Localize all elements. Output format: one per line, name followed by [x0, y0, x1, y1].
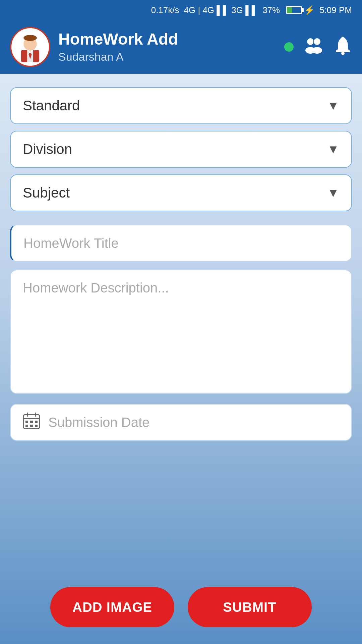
header-title-block: HomeWork Add Sudarshan A — [58, 31, 276, 63]
input-section — [10, 225, 352, 394]
submission-date-field[interactable]: Submission Date — [10, 404, 352, 441]
page-title: HomeWork Add — [58, 31, 276, 48]
svg-rect-18 — [35, 421, 38, 423]
homework-description-textarea[interactable] — [10, 270, 352, 394]
avatar-image — [15, 32, 45, 62]
header-icons — [284, 35, 352, 59]
bottom-buttons: ADD IMAGE SUBMIT — [10, 587, 352, 634]
svg-rect-16 — [25, 421, 28, 423]
division-dropdown[interactable]: Division ▼ — [10, 131, 352, 168]
division-label: Division — [23, 141, 72, 157]
status-bar: 0.17k/s 4G | 4G ▌▌ 3G ▌▌ 37% ⚡ 5:09 PM — [0, 0, 362, 20]
calendar-icon — [23, 412, 40, 433]
status-bar-info: 0.17k/s 4G | 4G ▌▌ 3G ▌▌ 37% ⚡ 5:09 PM — [151, 5, 352, 15]
svg-point-4 — [23, 35, 37, 41]
svg-rect-21 — [35, 425, 38, 427]
svg-point-7 — [314, 38, 320, 45]
network-speed: 0.17k/s — [151, 5, 179, 15]
subject-chevron-icon: ▼ — [327, 186, 339, 200]
battery-icon-container: ⚡ — [285, 5, 315, 15]
svg-point-9 — [312, 47, 322, 54]
current-time: 5:09 PM — [319, 5, 352, 15]
battery-percent: 37% — [262, 5, 280, 15]
app-header: HomeWork Add Sudarshan A — [0, 20, 362, 74]
submission-date-placeholder: Submission Date — [48, 415, 149, 430]
battery-icon — [286, 6, 302, 14]
network-type: 4G | 4G ▌▌ 3G ▌▌ — [184, 5, 258, 15]
homework-title-input[interactable] — [10, 225, 352, 262]
subject-dropdown[interactable]: Subject ▼ — [10, 174, 352, 211]
notification-bell-icon[interactable] — [334, 35, 352, 59]
division-chevron-icon: ▼ — [327, 142, 339, 156]
online-status-dot — [284, 42, 294, 52]
svg-rect-20 — [30, 425, 33, 427]
svg-rect-17 — [30, 421, 33, 423]
add-image-button[interactable]: ADD IMAGE — [50, 587, 174, 627]
dropdown-section: Standard ▼ Division ▼ Subject ▼ — [10, 87, 352, 211]
subject-label: Subject — [23, 185, 70, 201]
standard-chevron-icon: ▼ — [327, 99, 339, 113]
svg-point-6 — [307, 38, 314, 45]
svg-rect-19 — [25, 425, 28, 427]
main-content: Standard ▼ Division ▼ Subject ▼ — [0, 74, 362, 644]
avatar — [10, 27, 50, 67]
submit-button[interactable]: SUBMIT — [188, 587, 312, 627]
standard-label: Standard — [23, 98, 80, 114]
group-icon[interactable] — [304, 35, 324, 59]
user-name: Sudarshan A — [58, 50, 276, 63]
standard-dropdown[interactable]: Standard ▼ — [10, 87, 352, 124]
svg-point-11 — [341, 52, 345, 55]
